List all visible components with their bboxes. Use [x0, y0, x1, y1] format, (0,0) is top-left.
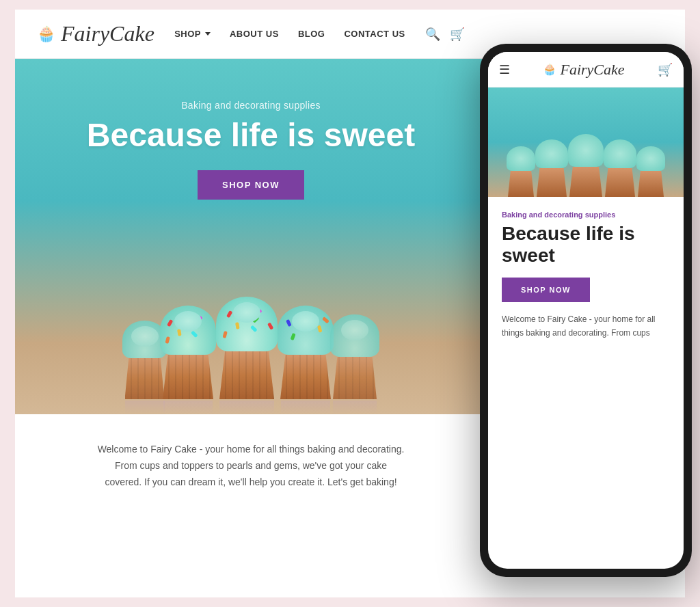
svg-rect-2: [193, 323, 200, 330]
svg-rect-1: [184, 311, 189, 319]
svg-rect-18: [291, 333, 296, 340]
chevron-down-icon: [205, 32, 211, 36]
svg-rect-0: [167, 319, 173, 327]
mobile-brand[interactable]: 🧁 FairyCake: [543, 61, 624, 79]
cupcake-4: [278, 306, 334, 414]
nav-blog[interactable]: BLOG: [298, 29, 325, 39]
brand[interactable]: 🧁 FairyCake: [37, 21, 154, 46]
hero-text: Baking and decorating supplies Because l…: [87, 59, 415, 200]
svg-rect-9: [252, 316, 260, 323]
nav-about[interactable]: ABOUT US: [230, 29, 279, 39]
hero-section: Baking and decorating supplies Because l…: [15, 59, 487, 414]
hero-subtitle: Baking and decorating supplies: [87, 100, 415, 111]
welcome-text: Welcome to Fairy Cake - your home for al…: [97, 442, 405, 490]
mobile-cupcake-4: [604, 139, 636, 197]
nav-contact[interactable]: CONTACT US: [344, 29, 405, 39]
nav-shop[interactable]: SHOP: [174, 29, 211, 39]
cupcake-5: [330, 314, 379, 414]
navbar: 🧁 FairyCake SHOP ABOUT US BLOG CONTACT U…: [15, 10, 487, 59]
content-section: Welcome to Fairy Cake - your home for al…: [15, 414, 487, 517]
mobile-desc: Welcome to Fairy Cake - your home for al…: [502, 313, 670, 339]
svg-rect-7: [226, 310, 232, 318]
svg-rect-14: [267, 323, 273, 330]
cart-icon[interactable]: 🛒: [450, 27, 465, 42]
brand-name[interactable]: FairyCake: [61, 21, 154, 46]
svg-rect-5: [191, 330, 198, 338]
nav-links: SHOP ABOUT US BLOG CONTACT US: [174, 29, 405, 39]
mobile-hero: [488, 87, 684, 197]
page-wrapper: 🧁 FairyCake SHOP ABOUT US BLOG CONTACT U…: [15, 10, 685, 597]
svg-rect-13: [222, 331, 227, 338]
svg-rect-19: [322, 316, 329, 323]
cupcakes-illustration: [15, 237, 487, 414]
mobile-cupcake-icon: 🧁: [543, 63, 556, 76]
hero-title: Because life is sweet: [87, 118, 415, 154]
mobile-cart-icon[interactable]: 🛒: [658, 62, 673, 77]
svg-rect-10: [235, 322, 240, 329]
svg-rect-8: [243, 304, 249, 311]
mobile-subtitle: Baking and decorating supplies: [502, 211, 670, 219]
mobile-content: Baking and decorating supplies Because l…: [488, 197, 684, 569]
mobile-cupcake-1: [507, 146, 535, 197]
hamburger-icon[interactable]: ☰: [499, 62, 510, 77]
mobile-navbar: ☰ 🧁 FairyCake 🛒: [488, 52, 684, 87]
nav-icons: 🔍 🛒: [425, 27, 465, 42]
svg-rect-11: [254, 309, 262, 315]
phone-screen: ☰ 🧁 FairyCake 🛒: [488, 52, 684, 569]
svg-rect-15: [286, 319, 292, 327]
mobile-shop-now-button[interactable]: SHOP NOW: [502, 278, 590, 302]
cupcake-3: [216, 297, 278, 414]
mobile-cupcake-3: [568, 134, 604, 197]
mobile-title: Because life is sweet: [502, 223, 670, 267]
desktop-site: 🧁 FairyCake SHOP ABOUT US BLOG CONTACT U…: [15, 10, 487, 597]
svg-rect-4: [195, 316, 202, 322]
cupcake-2: [160, 306, 216, 414]
mobile-brand-name[interactable]: FairyCake: [560, 61, 624, 79]
shop-now-button[interactable]: SHOP NOW: [198, 170, 304, 200]
mobile-cupcake-2: [535, 139, 568, 197]
mobile-cupcake-5: [636, 146, 665, 197]
search-icon[interactable]: 🔍: [425, 27, 440, 42]
cupcake-brand-icon: 🧁: [37, 25, 55, 43]
mobile-phone: ☰ 🧁 FairyCake 🛒: [480, 44, 692, 577]
svg-rect-17: [317, 325, 322, 333]
svg-rect-6: [165, 336, 170, 344]
svg-rect-3: [177, 329, 182, 336]
svg-rect-16: [299, 316, 306, 323]
svg-rect-12: [250, 325, 258, 332]
mobile-cupcakes: [488, 115, 684, 197]
